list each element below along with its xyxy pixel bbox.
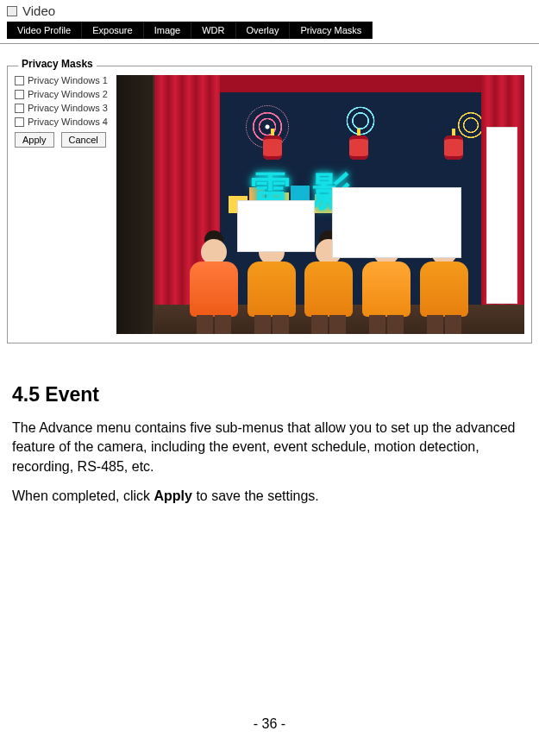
tab-exposure[interactable]: Exposure bbox=[82, 22, 143, 39]
tab-overlay[interactable]: Overlay bbox=[236, 22, 291, 39]
video-preview[interactable]: 雷 影 bbox=[116, 75, 524, 334]
tab-image[interactable]: Image bbox=[144, 22, 192, 39]
label-window-1: Privacy Windows 1 bbox=[28, 75, 108, 85]
label-window-3: Privacy Windows 3 bbox=[28, 103, 108, 113]
privacy-masks-fieldset: Privacy Masks Privacy Windows 1 Privacy … bbox=[7, 66, 532, 343]
document-section: 4.5 Event The Advance menu contains five… bbox=[7, 383, 532, 507]
privacy-mask-rect-3[interactable] bbox=[486, 127, 517, 304]
apply-button[interactable]: Apply bbox=[15, 132, 54, 148]
tab-privacy-masks[interactable]: Privacy Masks bbox=[290, 22, 373, 39]
privacy-mask-rect-1[interactable] bbox=[237, 200, 315, 252]
video-panel-title: Video bbox=[22, 3, 55, 18]
checkbox-window-4[interactable] bbox=[15, 117, 24, 127]
section-heading: 4.5 Event bbox=[12, 383, 527, 406]
preview-scene: 雷 影 bbox=[116, 75, 524, 334]
cancel-button[interactable]: Cancel bbox=[61, 132, 106, 148]
page-number: - 36 - bbox=[254, 716, 285, 732]
checkbox-window-1[interactable] bbox=[15, 76, 24, 85]
video-panel-icon bbox=[7, 6, 17, 16]
privacy-masks-options: Privacy Windows 1 Privacy Windows 2 Priv… bbox=[15, 75, 110, 148]
checkbox-window-3[interactable] bbox=[15, 104, 24, 113]
tab-video-profile[interactable]: Video Profile bbox=[7, 22, 82, 39]
checkbox-window-2[interactable] bbox=[15, 90, 24, 99]
section-paragraph-2: When completed, click Apply to save the … bbox=[12, 487, 527, 506]
privacy-masks-legend: Privacy Masks bbox=[18, 58, 97, 70]
tab-wdr[interactable]: WDR bbox=[191, 22, 235, 39]
section-paragraph-1: The Advance menu contains five sub-menus… bbox=[12, 419, 527, 476]
label-window-4: Privacy Windows 4 bbox=[28, 117, 108, 127]
privacy-mask-rect-2[interactable] bbox=[332, 187, 461, 258]
video-tabs: Video Profile Exposure Image WDR Overlay… bbox=[7, 22, 532, 39]
label-window-2: Privacy Windows 2 bbox=[28, 89, 108, 99]
